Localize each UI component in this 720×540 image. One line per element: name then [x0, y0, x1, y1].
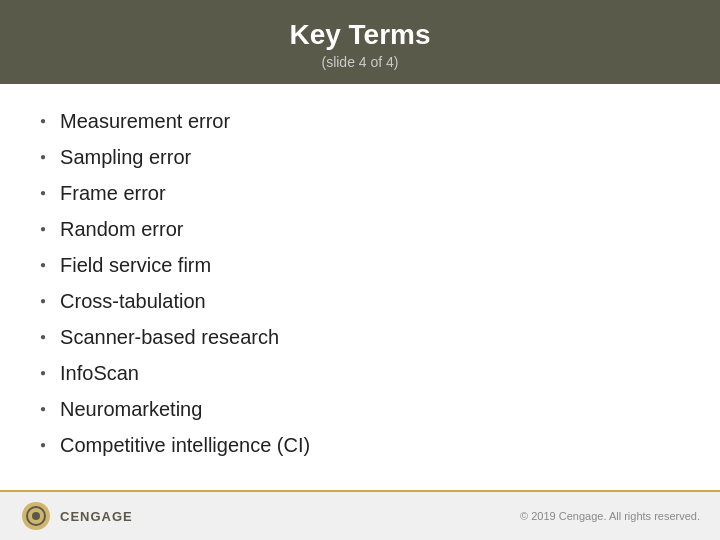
slide: Key Terms (slide 4 of 4) ●Measurement er…: [0, 0, 720, 540]
bullet-dot-icon: ●: [40, 330, 46, 343]
list-item: ●Field service firm: [40, 252, 680, 278]
list-item-text: Random error: [60, 216, 183, 242]
bullet-dot-icon: ●: [40, 402, 46, 415]
list-item: ●Random error: [40, 216, 680, 242]
list-item: ●InfoScan: [40, 360, 680, 386]
list-item-text: Frame error: [60, 180, 166, 206]
cengage-logo-text: CENGAGE: [60, 509, 133, 524]
bullet-dot-icon: ●: [40, 114, 46, 127]
slide-subtitle: (slide 4 of 4): [20, 54, 700, 70]
key-terms-list: ●Measurement error●Sampling error●Frame …: [40, 108, 680, 468]
slide-title: Key Terms: [20, 18, 700, 52]
bullet-dot-icon: ●: [40, 438, 46, 451]
svg-point-2: [32, 512, 40, 520]
list-item-text: Cross-tabulation: [60, 288, 206, 314]
list-item: ●Scanner-based research: [40, 324, 680, 350]
list-item: ●Frame error: [40, 180, 680, 206]
list-item-text: Field service firm: [60, 252, 211, 278]
bullet-dot-icon: ●: [40, 294, 46, 307]
list-item: ●Neuromarketing: [40, 396, 680, 422]
list-item-text: Scanner-based research: [60, 324, 279, 350]
bullet-dot-icon: ●: [40, 366, 46, 379]
slide-content: ●Measurement error●Sampling error●Frame …: [0, 84, 720, 490]
list-item-text: Neuromarketing: [60, 396, 202, 422]
slide-header: Key Terms (slide 4 of 4): [0, 0, 720, 84]
list-item-text: Sampling error: [60, 144, 191, 170]
list-item-text: Measurement error: [60, 108, 230, 134]
bullet-dot-icon: ●: [40, 222, 46, 235]
list-item-text: Competitive intelligence (CI): [60, 432, 310, 458]
bullet-dot-icon: ●: [40, 258, 46, 271]
list-item: ●Sampling error: [40, 144, 680, 170]
cengage-logo-icon: [20, 500, 52, 532]
list-item: ●Measurement error: [40, 108, 680, 134]
list-item: ●Cross-tabulation: [40, 288, 680, 314]
footer-copyright: © 2019 Cengage. All rights reserved.: [520, 510, 700, 522]
bullet-dot-icon: ●: [40, 150, 46, 163]
slide-footer: CENGAGE © 2019 Cengage. All rights reser…: [0, 490, 720, 540]
bullet-dot-icon: ●: [40, 186, 46, 199]
list-item: ●Competitive intelligence (CI): [40, 432, 680, 458]
footer-logo: CENGAGE: [20, 500, 133, 532]
list-item-text: InfoScan: [60, 360, 139, 386]
